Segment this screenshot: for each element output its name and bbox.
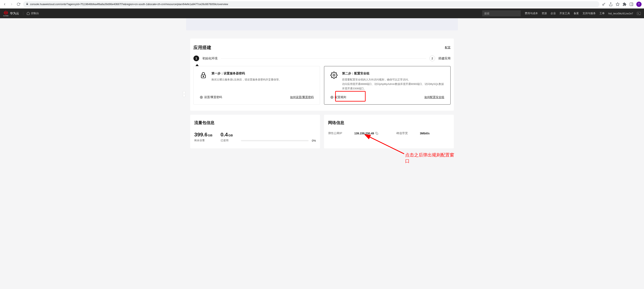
network-title: 网络信息 (328, 120, 450, 125)
cloudshell-icon[interactable]: >_ (637, 12, 641, 15)
console-link[interactable]: 控制台 (23, 11, 39, 15)
star-icon[interactable] (616, 2, 620, 6)
search-icon (518, 12, 519, 15)
traffic-used-value: 0.4 (220, 132, 228, 138)
step-2-label: 搭建应用 (438, 56, 450, 60)
search-box[interactable] (482, 10, 521, 16)
how-configure-sg-link[interactable]: 如何配置安全组 (424, 95, 444, 99)
how-set-password-link[interactable]: 如何设置/重置密码 (290, 95, 314, 99)
step-card-password: 第一步：设置服务器密码 购买云耀云服务器L实例后，请设置服务器密码并妥善保管。 … (194, 66, 320, 105)
svg-rect-1 (630, 3, 633, 6)
svg-point-6 (203, 76, 204, 77)
svg-point-3 (518, 13, 518, 13)
nav-devtools[interactable]: 开发工具 (560, 11, 570, 15)
lock-icon (200, 71, 207, 79)
header-nav: 费用与成本 资源 企业 开发工具 备案 支持与服务 工单 hid_lecx5lk… (525, 11, 641, 15)
search-input[interactable] (484, 12, 518, 15)
nav-resource[interactable]: 资源 (542, 11, 547, 15)
eip-value: 139.159.230.49 (354, 132, 374, 135)
step-1-circle[interactable]: 1 (194, 55, 199, 61)
svg-point-0 (602, 4, 604, 5)
traffic-title: 流量包信息 (194, 120, 316, 125)
network-info-card: 网络信息 弹性公网IP 139.159.230.49 峰值带宽 3Mbit/s (324, 115, 454, 148)
lock-icon (26, 3, 28, 6)
back-button[interactable] (2, 2, 7, 6)
gear-small-icon (330, 96, 334, 99)
svg-point-9 (333, 74, 335, 76)
eip-label: 弹性公网IP (328, 132, 342, 135)
svg-point-11 (331, 96, 333, 98)
svg-point-10 (332, 97, 332, 98)
step-1-label: 初始化环境 (202, 56, 218, 60)
bandwidth-label: 峰值带宽 (396, 132, 408, 135)
traffic-remain-label: 剩余容量 (194, 139, 212, 142)
nav-workorder[interactable]: 工单 (600, 11, 605, 15)
bandwidth-value: 3Mbit/s (420, 132, 430, 135)
active-step-pointer (196, 64, 199, 66)
traffic-progress-pct: 0% (312, 139, 316, 142)
svg-rect-14 (376, 133, 378, 135)
nav-backup[interactable]: 备案 (574, 11, 579, 15)
nav-cost[interactable]: 费用与成本 (525, 11, 538, 15)
forward-button[interactable] (9, 2, 14, 6)
address-bar[interactable]: console.huaweicloud.com/smb/?agencyId=7f… (23, 1, 600, 7)
card2-desc: 您需要配置安全组的入方向访问规则，确保可以正常访问。 访问应用需开通8888端口… (342, 77, 444, 91)
home-icon (26, 12, 30, 15)
configure-rules-action[interactable]: 配置规则 (330, 95, 346, 99)
key-icon[interactable] (602, 2, 606, 6)
brand-logo[interactable]: HUAWEI 华为云 (3, 10, 19, 16)
card2-title: 第二步：配置安全组 (342, 71, 444, 75)
sidebar-collapse-toggle[interactable] (183, 91, 185, 97)
config-link[interactable]: 配置 (445, 46, 450, 49)
app-build-section: 应用搭建 配置 1 初始化环境 2 搭建应用 (190, 38, 454, 111)
step-card-security-group: 第二步：配置安全组 您需要配置安全组的入方向访问规则，确保可以正常访问。 访问应… (324, 66, 450, 105)
app-build-title: 应用搭建 (194, 44, 211, 51)
nav-support[interactable]: 支持与服务 (582, 11, 596, 15)
card1-title: 第一步：设置服务器密码 (212, 71, 314, 75)
banner-placeholder (186, 18, 458, 30)
brand-name: 华为云 (10, 11, 19, 15)
profile-avatar[interactable]: T (636, 1, 642, 7)
copy-icon[interactable] (375, 132, 378, 135)
panel-icon[interactable] (630, 2, 634, 6)
huawei-petals-icon (4, 10, 8, 15)
traffic-used-label: 已使用 (220, 139, 233, 142)
share-icon[interactable] (609, 2, 613, 6)
steps-indicator: 1 初始化环境 2 搭建应用 (190, 55, 454, 66)
traffic-info-card: 流量包信息 399.6GB 剩余容量 0.4GB 已使用 0% (190, 115, 320, 148)
url-text: console.huaweicloud.com/smb/?agencyId=7f… (30, 3, 228, 6)
set-password-action[interactable]: 设置/重置密码 (200, 95, 222, 99)
cloud-header: HUAWEI 华为云 控制台 费用与成本 资源 企业 开发工具 备案 支持与服务… (0, 8, 644, 18)
browser-toolbar: console.huaweicloud.com/smb/?agencyId=7f… (0, 0, 644, 8)
page-body: 应用搭建 配置 1 初始化环境 2 搭建应用 (0, 18, 644, 289)
card1-desc: 购买云耀云服务器L实例后，请设置服务器密码并妥善保管。 (212, 77, 314, 82)
traffic-remain-value: 399.6 (194, 132, 208, 138)
reload-button[interactable] (16, 2, 21, 6)
gear-icon (200, 96, 203, 99)
extensions-icon[interactable] (622, 2, 626, 6)
gear-icon (330, 71, 338, 79)
svg-point-7 (200, 96, 202, 98)
step-2-circle[interactable]: 2 (430, 55, 435, 61)
svg-point-8 (201, 97, 202, 98)
nav-user[interactable]: hid_lecx5lkz91zw2e7 (608, 12, 633, 15)
traffic-progress-bar (241, 140, 308, 141)
nav-enterprise[interactable]: 企业 (550, 11, 556, 15)
annotation-text: 点击之后弹出规则配置窗口 (405, 152, 458, 164)
